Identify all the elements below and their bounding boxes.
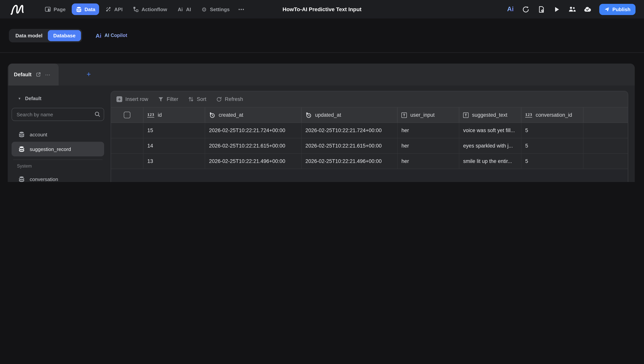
tab-database[interactable]: Database <box>48 30 81 41</box>
ai-copilot-button[interactable]: Ai AI Copilot <box>96 32 127 39</box>
table-row[interactable]: 15 2026-02-25T10:22:21.724+00:00 2026-02… <box>111 123 628 138</box>
ai-copilot-icon: Ai <box>96 32 101 39</box>
page-icon <box>45 6 51 12</box>
tab-more-icon[interactable]: ⋯ <box>45 72 51 78</box>
nav-item-label: AI <box>186 6 191 12</box>
cell-id[interactable]: 15 <box>143 123 205 138</box>
nav-item-label: Actionflow <box>141 6 167 12</box>
nav-more-button[interactable]: ⋯ <box>236 3 247 16</box>
sort-label: Sort <box>197 96 206 102</box>
top-nav: Page Data API Actionflow <box>0 0 644 18</box>
cell-conversation-id[interactable]: 5 <box>521 154 583 169</box>
header-cell-select <box>111 108 143 122</box>
nav-item-actionflow[interactable]: Actionflow <box>129 4 171 15</box>
column-label: suggested_text <box>472 112 507 118</box>
cell-suggested-text[interactable]: smile lit up the entir... <box>459 154 521 169</box>
cell-empty <box>583 138 628 153</box>
column-label: conversation_id <box>536 112 572 118</box>
table-item-label: account <box>30 132 47 137</box>
version-file-icon[interactable] <box>538 6 545 13</box>
external-link-icon[interactable] <box>36 72 41 77</box>
ellipsis-icon: ⋯ <box>238 6 245 13</box>
nav-item-data[interactable]: Data <box>72 4 99 15</box>
cell-conversation-id[interactable]: 5 <box>521 123 583 138</box>
cell-conversation-id[interactable]: 5 <box>521 138 583 153</box>
insert-row-button[interactable]: + Insert row <box>116 96 148 102</box>
datetime-type-icon <box>209 112 215 118</box>
cell-user-input[interactable]: her <box>397 154 459 169</box>
preview-play-icon[interactable] <box>553 6 560 13</box>
tab-data-model[interactable]: Data model <box>10 30 48 41</box>
nav-item-label: Data <box>84 6 95 12</box>
chevron-expander-icon[interactable]: ▾ <box>19 97 21 100</box>
header-cell-created-at[interactable]: created_at <box>205 108 302 122</box>
collaborators-icon[interactable] <box>568 6 576 13</box>
cell-id[interactable]: 14 <box>143 138 205 153</box>
cell-id[interactable]: 13 <box>143 154 205 169</box>
column-label: updated_at <box>315 112 341 118</box>
cell-user-input[interactable]: her <box>397 123 459 138</box>
cell-suggested-text[interactable]: eyes sparkled with j... <box>459 138 521 153</box>
momen-logo-icon[interactable] <box>9 3 25 16</box>
add-tab-button[interactable]: + <box>83 69 94 80</box>
search-icon <box>94 111 100 117</box>
cell-user-input[interactable]: her <box>397 138 459 153</box>
nav-item-settings[interactable]: ⚙ Settings <box>197 4 234 15</box>
header-cell-updated-at[interactable]: updated_at <box>302 108 397 122</box>
ai-copilot-label: AI Copilot <box>105 33 127 38</box>
column-label: id <box>158 112 162 118</box>
default-table-list: account suggestion_record <box>12 127 104 156</box>
select-all-checkbox[interactable] <box>124 112 130 118</box>
tab-default[interactable]: Default ⋯ <box>9 64 59 86</box>
row-select-cell[interactable] <box>111 138 143 153</box>
system-table-list: conversation message tool_usage_record <box>12 172 104 182</box>
cell-created-at[interactable]: 2026-02-25T10:22:21.496+00:00 <box>205 154 302 169</box>
section-system-label: System <box>12 162 104 170</box>
header-cell-id[interactable]: 123 id <box>143 108 205 122</box>
table-row[interactable]: 13 2026-02-25T10:22:21.496+00:00 2026-02… <box>111 154 628 169</box>
table-item-label: conversation <box>30 176 58 182</box>
group-default[interactable]: ▾ Default <box>12 94 104 103</box>
tab-label: Default <box>14 72 32 78</box>
cell-suggested-text[interactable]: voice was soft yet fill... <box>459 123 521 138</box>
cell-updated-at[interactable]: 2026-02-25T10:22:21.615+00:00 <box>302 138 397 153</box>
cell-empty <box>583 154 628 169</box>
mode-toggle: Data model Database <box>9 29 82 42</box>
cell-created-at[interactable]: 2026-02-25T10:22:21.615+00:00 <box>205 138 302 153</box>
nav-item-page[interactable]: Page <box>41 4 69 15</box>
view-tab-strip: Default ⋯ + <box>8 64 635 86</box>
search-input[interactable] <box>12 108 104 121</box>
header-cell-suggested-text[interactable]: T suggested_text <box>459 108 521 122</box>
cell-updated-at[interactable]: 2026-02-25T10:22:21.496+00:00 <box>302 154 397 169</box>
cloud-sync-icon[interactable] <box>584 6 591 13</box>
ai-icon: Ai <box>177 6 183 12</box>
gear-icon: ⚙ <box>201 6 207 12</box>
row-select-cell[interactable] <box>111 123 143 138</box>
cell-updated-at[interactable]: 2026-02-25T10:22:21.724+00:00 <box>302 123 397 138</box>
row-select-cell[interactable] <box>111 154 143 169</box>
publish-button[interactable]: Publish <box>599 4 635 15</box>
table-item-account[interactable]: account <box>12 127 104 142</box>
refresh-button[interactable]: Refresh <box>216 96 243 102</box>
nav-right-actions: Ai Publish <box>507 4 635 15</box>
refresh-label: Refresh <box>225 96 243 102</box>
table-row[interactable]: 14 2026-02-25T10:22:21.615+00:00 2026-02… <box>111 138 628 154</box>
sort-button[interactable]: Sort <box>188 96 206 102</box>
number-type-icon: 123 <box>525 112 532 118</box>
ai-assistant-icon[interactable]: Ai <box>507 6 514 13</box>
grid-toolbar: + Insert row Filter Sort <box>111 91 628 108</box>
api-icon <box>105 6 112 12</box>
table-item-suggestion-record[interactable]: suggestion_record <box>12 142 104 156</box>
history-icon[interactable] <box>522 6 529 13</box>
table-item-conversation[interactable]: conversation <box>12 172 104 182</box>
nav-item-api[interactable]: API <box>102 4 126 15</box>
number-type-icon: 123 <box>147 112 154 118</box>
text-type-icon: T <box>463 112 469 118</box>
cell-created-at[interactable]: 2026-02-25T10:22:21.724+00:00 <box>205 123 302 138</box>
filter-button[interactable]: Filter <box>158 96 178 102</box>
table-icon <box>19 146 25 152</box>
app-window: Page Data API Actionflow <box>0 0 644 182</box>
header-cell-user-input[interactable]: T user_input <box>397 108 459 122</box>
header-cell-conversation-id[interactable]: 123 conversation_id <box>521 108 583 122</box>
nav-item-ai[interactable]: Ai AI <box>173 4 195 15</box>
